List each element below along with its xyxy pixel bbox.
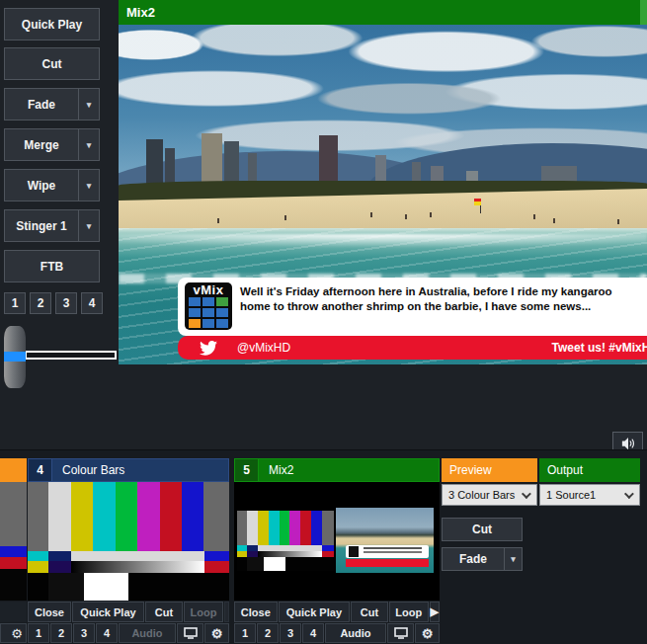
- vmix-logo-text: vMix: [185, 282, 232, 297]
- mixer-fade-dropdown-button[interactable]: ▾: [504, 548, 522, 570]
- output-header: Output: [539, 458, 640, 482]
- input-5-thumbnail[interactable]: [234, 482, 440, 601]
- output-source-select[interactable]: 1 Source1: [539, 484, 640, 506]
- stinger-button[interactable]: Stinger 1 ▾: [4, 209, 100, 242]
- input-4-fullscreen-button[interactable]: [177, 623, 203, 643]
- ftb-button[interactable]: FTB: [4, 250, 100, 282]
- input-5-number: 5: [235, 459, 259, 481]
- input-4-overlay-4-button[interactable]: 4: [96, 623, 118, 643]
- merge-label: Merge: [5, 138, 78, 152]
- vmix-window: Quick Play Cut Fade ▾ Merge ▾ Wipe ▾ Sti…: [0, 0, 647, 644]
- input-5-overlay-3-button[interactable]: 3: [280, 623, 301, 643]
- input-3-settings-button[interactable]: ⚙: [0, 623, 27, 643]
- input-5-cut-button[interactable]: Cut: [351, 602, 388, 622]
- input-4-overlay-1-button[interactable]: 1: [28, 623, 49, 643]
- stinger-label: Stinger 1: [5, 219, 78, 233]
- vmix-logo-grid: [185, 297, 232, 328]
- tbar-fader-handle[interactable]: [4, 326, 26, 388]
- cut-label: Cut: [5, 57, 99, 71]
- monitor-icon: [184, 627, 198, 639]
- chevron-down-icon: ▾: [87, 100, 92, 110]
- input-4-settings-button[interactable]: ⚙: [204, 623, 229, 643]
- preview-source-value: 3 Colour Bars: [448, 489, 515, 501]
- preview-source-select[interactable]: 3 Colour Bars: [442, 484, 537, 506]
- gear-icon: ⚙: [422, 627, 434, 640]
- preview-header: Preview: [442, 458, 537, 482]
- play-icon: ▶: [431, 605, 439, 618]
- overlay-2-button[interactable]: 2: [30, 292, 51, 314]
- chevron-down-icon: ▾: [511, 554, 516, 564]
- wipe-button[interactable]: Wipe ▾: [4, 169, 100, 201]
- input-5-audio-button[interactable]: Audio: [325, 623, 386, 643]
- input-5-overlay-2-button[interactable]: 2: [257, 623, 279, 643]
- input-5-settings-button[interactable]: ⚙: [415, 623, 440, 643]
- inputs-bar: ⚙ 4 Colour Bars Clo: [0, 449, 647, 644]
- input-4-audio-button[interactable]: Audio: [119, 623, 176, 643]
- mix2-preview-window: vMix Well it's Friday afternoon here in …: [119, 0, 647, 364]
- video-output-scene: vMix Well it's Friday afternoon here in …: [119, 25, 647, 364]
- tweet-message: Well it's Friday afternoon here in Austr…: [240, 284, 643, 314]
- overlay-3-button[interactable]: 3: [55, 292, 77, 314]
- twitter-bird-icon: [200, 341, 217, 356]
- colour-bars-pattern: [28, 482, 229, 601]
- gear-icon: ⚙: [11, 627, 23, 640]
- merge-dropdown-button[interactable]: ▾: [78, 129, 99, 160]
- input-4-loop-button[interactable]: Loop: [184, 602, 223, 622]
- input-4-overlay-2-button[interactable]: 2: [50, 623, 72, 643]
- input-4-header[interactable]: 4 Colour Bars: [28, 458, 229, 482]
- ftb-label: FTB: [5, 260, 99, 274]
- input-5-play-button[interactable]: ▶: [430, 602, 440, 622]
- quick-play-label: Quick Play: [5, 18, 99, 32]
- input-5-loop-button[interactable]: Loop: [389, 602, 429, 622]
- quick-play-button[interactable]: Quick Play: [4, 8, 100, 40]
- gear-icon: ⚙: [211, 627, 223, 640]
- vmix-logo: vMix: [185, 282, 232, 330]
- tweet-handle: @vMixHD: [237, 341, 290, 355]
- overlay-1-button[interactable]: 1: [4, 292, 26, 314]
- fade-button[interactable]: Fade ▾: [4, 88, 100, 121]
- input-5-overlay-4-button[interactable]: 4: [302, 623, 324, 643]
- input-4-cut-button[interactable]: Cut: [145, 602, 183, 622]
- input-5-overlay-1-button[interactable]: 1: [234, 623, 256, 643]
- mixer-cut-label: Cut: [472, 523, 492, 536]
- tbar-track: [25, 351, 117, 360]
- input-4-panel: 4 Colour Bars Close Quick Play Cut: [28, 458, 229, 642]
- wipe-dropdown-button[interactable]: ▾: [78, 170, 99, 201]
- overlay-4-label: 4: [89, 296, 96, 310]
- input-4-name: Colour Bars: [52, 463, 124, 477]
- monitor-icon: [394, 627, 408, 639]
- stinger-dropdown-button[interactable]: ▾: [78, 210, 99, 241]
- input-5-header[interactable]: 5 Mix2: [234, 458, 440, 482]
- merge-button[interactable]: Merge ▾: [4, 128, 100, 161]
- input-4-close-button[interactable]: Close: [28, 602, 71, 622]
- fade-dropdown-button[interactable]: ▾: [78, 89, 99, 120]
- overlay-4-button[interactable]: 4: [81, 292, 103, 314]
- mix2-title: Mix2: [126, 5, 155, 20]
- cut-button[interactable]: Cut: [4, 47, 100, 80]
- input-4-quick-play-button[interactable]: Quick Play: [72, 602, 144, 622]
- overlay-3-label: 3: [63, 296, 70, 310]
- input-4-thumbnail[interactable]: [28, 482, 229, 601]
- mini-tweet-overlay: [346, 545, 429, 559]
- mix2-title-bar: Mix2: [119, 0, 647, 25]
- chevron-down-icon: ▾: [87, 140, 92, 150]
- mix-output-side: [336, 508, 434, 573]
- tweet-overlay-box: vMix Well it's Friday afternoon here in …: [178, 278, 647, 336]
- preview-label: Preview: [449, 463, 492, 477]
- input-5-quick-play-button[interactable]: Quick Play: [279, 602, 350, 622]
- lifeguard-flag: [474, 199, 481, 205]
- mini-tweet-bar: [346, 559, 429, 567]
- output-label: Output: [547, 463, 583, 477]
- input-5-panel: 5 Mix2: [234, 458, 440, 642]
- mixer-cut-button[interactable]: Cut: [442, 518, 523, 541]
- input-3-panel-partial[interactable]: ⚙: [0, 458, 27, 642]
- input-3-header-preview[interactable]: [0, 458, 27, 482]
- tweet-ticker-bar: @vMixHD Tweet us! #vMixHD: [178, 336, 647, 360]
- wipe-label: Wipe: [5, 179, 78, 193]
- mixer-fade-label: Fade: [443, 552, 504, 566]
- input-4-overlay-3-button[interactable]: 3: [73, 623, 95, 643]
- mixer-fade-button[interactable]: Fade ▾: [442, 547, 523, 571]
- input-5-fullscreen-button[interactable]: [387, 623, 414, 643]
- tweet-cta: Tweet us! #vMixHD: [552, 341, 647, 355]
- input-5-close-button[interactable]: Close: [234, 602, 278, 622]
